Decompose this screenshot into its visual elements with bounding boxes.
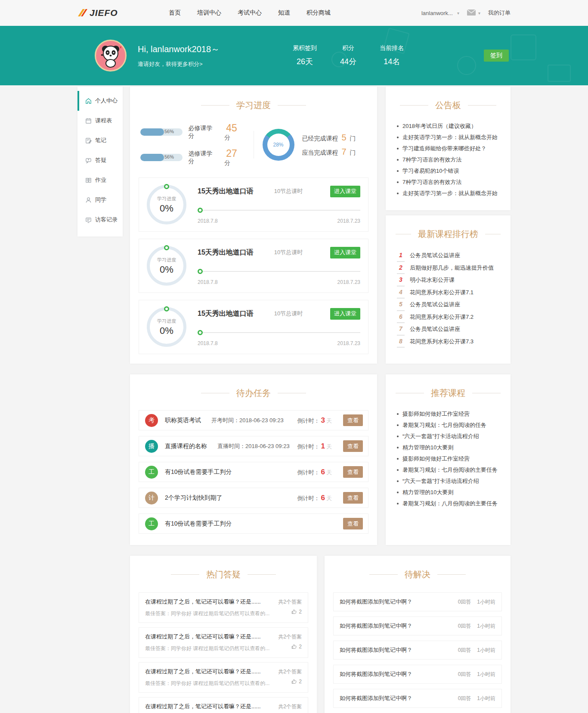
ranking-link[interactable]: 4花间意系列水彩公开课7.1	[397, 286, 499, 299]
grading-badge-icon: 工	[145, 517, 158, 530]
thumbs-up-icon	[291, 609, 297, 614]
hero-stats: 累积签到 26天 积分 44分 当前排名 14名	[293, 44, 404, 67]
enter-classroom-button[interactable]: 进入课堂	[330, 308, 360, 320]
course-completion-donut: 28% 已经完成课程 5 门 应当完成课程 7 门	[263, 129, 367, 161]
course-progress-ring: 学习进度 0%	[147, 307, 186, 347]
chat-icon	[85, 157, 92, 164]
sidebar-item-homework[interactable]: 作业	[77, 170, 123, 190]
view-button[interactable]: 查看	[343, 492, 363, 504]
pending-question-item[interactable]: 如何将截图添加到笔记中啊？ 0回答1小时前	[333, 592, 502, 611]
course-timeline	[198, 208, 360, 213]
ranking-link[interactable]: 2后期做好那几步，能迅速提升价值	[397, 262, 499, 274]
view-button[interactable]: 查看	[343, 414, 363, 426]
qa-item[interactable]: 在课程过期了之后，笔记还可以看嘛？还是......共2个答案 最佳答案：同学你好…	[139, 662, 308, 693]
exam-badge-icon: 考	[145, 414, 158, 427]
sidebar-item-classmates[interactable]: 同学	[77, 190, 123, 210]
donut-chart: 28%	[263, 129, 294, 161]
announcement-link[interactable]: 走好英语学习第一步：就从新概念开始	[397, 132, 499, 143]
view-button[interactable]: 查看	[343, 440, 363, 452]
recommended-course-link[interactable]: 精力管理的10大要则	[397, 487, 499, 498]
ranking-link[interactable]: 1公务员笔试公益讲座	[397, 249, 499, 262]
nav-item-exam[interactable]: 考试中心	[238, 9, 262, 17]
qa-item[interactable]: 在课程过期了之后，笔记还可以看嘛？还是......共2个答案 最佳答案：同学你好…	[139, 627, 308, 658]
section-title-recommended: 推荐课程	[386, 374, 511, 408]
nav-item-know[interactable]: 知道	[278, 9, 290, 17]
sign-in-button[interactable]: 签到	[484, 50, 509, 62]
recommended-course-link[interactable]: 暑期复习规划：七月份阅读的主要任务	[397, 464, 499, 476]
nav-links: 首页 培训中心 考试中心 知道 积分商城	[169, 9, 331, 17]
recommended-course-link[interactable]: “六天一套题”打卡活动流程介绍	[397, 431, 499, 442]
course-start-date: 2018.7.8	[198, 218, 218, 224]
username-dropdown[interactable]: lanlanwork...	[421, 10, 453, 16]
stat-points: 积分 44分	[340, 44, 356, 67]
stat-signin-days: 累积签到 26天	[293, 44, 317, 67]
person-icon	[85, 197, 92, 203]
course-start-date: 2018.7.8	[198, 340, 218, 346]
recommended-course-link[interactable]: 摄影师如何做好工作室经营	[397, 453, 499, 464]
announcement-link[interactable]: 7种学习语言的有效方法	[397, 177, 499, 188]
ranking-link[interactable]: 8花间意系列水彩公开课7.3	[397, 336, 499, 348]
enter-classroom-button[interactable]: 进入课堂	[330, 186, 360, 197]
course-progress-ring: 学习进度 0%	[147, 185, 186, 224]
recommended-course-link[interactable]: 精力管理的10大要则	[397, 442, 499, 453]
todo-row-grading: 工 有10份试卷需要手工判分 倒计时：6天 查看	[139, 462, 368, 482]
course-end-date: 2018.7.23	[337, 340, 360, 346]
announcement-link[interactable]: 走好英语学习第一步：就从新概念开始	[397, 188, 499, 199]
recommended-courses-panel: 推荐课程 摄影师如何做好工作室经营 暑期复习规划：七月份阅读的任务 “六天一套题…	[386, 374, 511, 545]
sidebar-item-personal-center[interactable]: 个人中心	[77, 91, 123, 111]
announcement-link[interactable]: 学习建造师能给你带来哪些好处？	[397, 143, 499, 154]
timeline-handle[interactable]	[198, 269, 203, 274]
pending-question-item[interactable]: 如何将截图添加到笔记中啊？ 0回答1小时前	[333, 616, 502, 635]
recommended-course-link[interactable]: 摄影师如何做好工作室经营	[397, 408, 499, 420]
pending-question-item[interactable]: 如何将截图添加到笔记中啊？ 0回答1小时前	[333, 689, 502, 708]
avatar[interactable]	[95, 40, 127, 72]
logo[interactable]: JIEFO	[77, 8, 142, 18]
nav-item-training[interactable]: 培训中心	[197, 9, 221, 17]
due-courses: 应当完成课程 7 门	[302, 147, 356, 157]
nav-item-points-mall[interactable]: 积分商城	[306, 9, 331, 17]
course-timeline	[198, 269, 360, 274]
section-title-hot-qa: 热门答疑	[130, 556, 317, 590]
course-title[interactable]: 15天秀出地道口语	[198, 309, 254, 318]
view-button[interactable]: 查看	[343, 466, 363, 478]
course-progress-ring: 学习进度 0%	[147, 246, 186, 286]
enter-classroom-button[interactable]: 进入课堂	[330, 247, 360, 258]
sidebar-item-notes[interactable]: 笔记	[77, 131, 123, 150]
user-hero-banner: Hi, lanlanwork2018～ 邀请好友，获得更多积分> 累积签到 26…	[0, 26, 588, 85]
my-orders-link[interactable]: 我的订单	[488, 9, 511, 17]
recommended-course-link[interactable]: “六天一套题”打卡活动流程介绍	[397, 476, 499, 487]
calendar-icon	[85, 118, 92, 124]
announcement-link[interactable]: 7种学习语言的有效方法	[397, 154, 499, 165]
logo-text: JIEFO	[90, 8, 118, 18]
qa-item[interactable]: 在课程过期了之后，笔记还可以看嘛？还是......共2个答案 最佳答案：同学你好…	[139, 592, 308, 623]
timeline-handle[interactable]	[198, 208, 203, 213]
recommended-course-link[interactable]: 暑期复习规划：七月份阅读的任务	[397, 420, 499, 431]
pending-question-item[interactable]: 如何将截图添加到笔记中啊？ 0回答1小时前	[333, 665, 502, 684]
section-title-ranking: 最新课程排行榜	[386, 215, 511, 249]
timeline-handle[interactable]	[198, 330, 203, 335]
view-button[interactable]: 查看	[343, 518, 363, 529]
ranking-link[interactable]: 5公务员笔试公益讲座	[397, 299, 499, 311]
pending-question-item[interactable]: 如何将截图添加到笔记中啊？ 0回答1小时前	[333, 641, 502, 660]
chevron-down-icon[interactable]: ▾	[457, 11, 459, 16]
nav-item-home[interactable]: 首页	[169, 9, 181, 17]
book-icon	[85, 177, 92, 184]
sidebar-item-schedule[interactable]: 课程表	[77, 111, 123, 131]
course-end-date: 2018.7.23	[337, 218, 360, 224]
qa-item[interactable]: 在课程过期了之后，笔记还可以看嘛？还是......共2个答案 最佳答案：同学你好…	[139, 697, 308, 713]
ranking-link[interactable]: 7公务员笔试公益讲座	[397, 323, 499, 336]
invite-friends-link[interactable]: 邀请好友，获得更多积分>	[138, 60, 220, 68]
mail-dropdown[interactable]: ▾	[467, 9, 480, 17]
ranking-link[interactable]: 6花间意系列水彩公开课7.2	[397, 311, 499, 324]
course-title[interactable]: 15天秀出地道口语	[198, 187, 254, 196]
course-title[interactable]: 15天秀出地道口语	[198, 248, 254, 257]
top-navbar: JIEFO 首页 培训中心 考试中心 知道 积分商城 lanlanwork...…	[0, 0, 588, 26]
announcement-link[interactable]: 2018年考试日历（建议收藏）	[397, 121, 499, 132]
hot-qa-panel: 热门答疑 在课程过期了之后，笔记还可以看嘛？还是......共2个答案 最佳答案…	[130, 556, 317, 713]
sidebar-item-visitor-log[interactable]: 访客记录	[77, 210, 123, 230]
announcement-link[interactable]: 学习者易犯的10个错误	[397, 165, 499, 177]
todo-row-exam: 考 职称英语考试 开考时间：2018-06-23 09:23 倒计时：3天 查看	[139, 410, 368, 430]
sidebar-item-qa[interactable]: 答疑	[77, 150, 123, 170]
recommended-course-link[interactable]: 暑期复习规划：八月份阅读的主要任务	[397, 498, 499, 509]
ranking-link[interactable]: 3明小花水彩公开课	[397, 274, 499, 286]
